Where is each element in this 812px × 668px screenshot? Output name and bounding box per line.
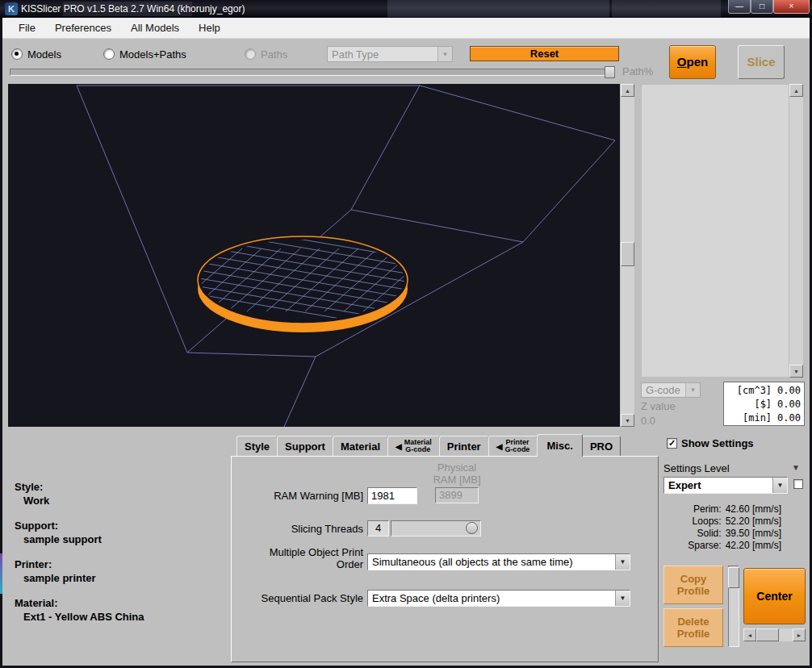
z-value: 0.0 — [641, 415, 655, 427]
dropdown-arrow-icon[interactable]: ▼ — [615, 591, 630, 606]
collapse-arrow-icon[interactable]: ▼ — [792, 463, 800, 472]
tab-pro[interactable]: PRO — [582, 436, 621, 457]
dropdown-arrow-icon: ▼ — [685, 383, 700, 397]
speed-value: 39.50 [mm/s] — [726, 528, 781, 540]
reset-button[interactable]: Reset — [470, 46, 619, 61]
profile-value: Work — [15, 495, 49, 507]
model-list[interactable] — [641, 84, 789, 378]
estimate-box: [cm^3] 0.00 [$] 0.00 [min] 0.00 — [723, 382, 805, 426]
tab-label-line2: G-code — [504, 446, 529, 454]
profile-label: Printer: — [15, 558, 96, 570]
speed-summary: Perim: 42.60 [mm/s] Loops: 52.20 [mm/s] … — [662, 503, 781, 552]
maximize-button[interactable]: □ — [751, 0, 773, 14]
path-percent-label: Path% — [622, 65, 653, 77]
scroll-right-icon[interactable]: ► — [793, 628, 806, 641]
show-settings-checkbox[interactable]: ✓ — [667, 438, 677, 449]
menu-preferences[interactable]: Preferences — [45, 19, 121, 37]
print-order-dropdown[interactable]: Simultaneous (all objects at the same ti… — [367, 553, 630, 570]
dropdown-arrow-icon[interactable]: ▼ — [772, 478, 787, 493]
estimate-label: [min] — [743, 411, 772, 425]
settings-level-checkbox[interactable] — [793, 479, 803, 489]
maximize-icon: □ — [760, 2, 764, 10]
slicing-threads-slider-thumb[interactable] — [466, 522, 478, 534]
viewport-3d[interactable] — [8, 84, 620, 427]
menu-all-models[interactable]: All Models — [121, 19, 189, 37]
tab-bar: Style Support Material ◀ Material G-code… — [236, 435, 620, 457]
print-order-value: Simultaneous (all objects at the same ti… — [368, 556, 615, 568]
tab-printer[interactable]: Printer — [439, 436, 489, 457]
path-percent-slider-thumb[interactable] — [605, 66, 615, 78]
build-volume-wireframe — [8, 84, 620, 427]
profile-summary-support: Support: sample support — [15, 520, 102, 545]
list-scroll-up-icon[interactable]: ▲ — [789, 84, 803, 97]
settings-level-label: Settings Level — [663, 462, 730, 474]
menu-help[interactable]: Help — [189, 19, 230, 37]
ram-warning-input[interactable] — [367, 487, 417, 504]
profile-summary-material: Material: Ext1 - Yellow ABS China — [15, 597, 144, 623]
tab-label: Material — [341, 440, 380, 453]
tab-material-gcode[interactable]: ◀ Material G-code — [387, 436, 440, 457]
speed-name: Perim: — [693, 503, 722, 516]
app-icon-glyph: K — [8, 4, 15, 14]
speed-value: 52.20 [mm/s] — [726, 516, 781, 528]
profile-summary-printer: Printer: sample printer — [15, 558, 96, 584]
profile-value: Ext1 - Yellow ABS China — [15, 611, 144, 623]
tab-style[interactable]: Style — [236, 436, 278, 457]
close-button[interactable]: × — [773, 0, 810, 14]
paths-radio — [245, 48, 256, 60]
open-button[interactable]: Open — [669, 45, 716, 79]
slice-button: Slice — [738, 45, 785, 79]
profile-summary-style: Style: Work — [15, 481, 49, 507]
speed-value: 42.60 [mm/s] — [726, 503, 781, 516]
viewport-scroll-up-icon[interactable]: ▲ — [621, 84, 634, 97]
tab-material[interactable]: Material — [333, 436, 388, 457]
ram-warning-label: RAM Warning [MB] — [250, 490, 363, 502]
menu-file[interactable]: File — [9, 19, 45, 37]
paths-radio-group: Paths — [245, 48, 287, 61]
tab-label: Support — [285, 440, 325, 453]
models-paths-radio-group[interactable]: Models+Paths — [103, 48, 186, 61]
profile-value: sample printer — [15, 572, 96, 584]
title-bar[interactable]: K KISSlicer PRO v1.5 Beta 2.7 Win64 (kho… — [0, 0, 812, 18]
show-settings-label: Show Settings — [681, 437, 754, 449]
tab-label: Style — [245, 440, 270, 453]
viewport-scroll-down-icon[interactable]: ▼ — [621, 414, 634, 427]
physical-ram-label: Physical RAM [MB] — [426, 461, 488, 486]
tab-misc[interactable]: Misc. — [537, 434, 583, 457]
tab-label: Printer — [447, 440, 481, 453]
list-scroll-down-icon[interactable]: ▼ — [789, 365, 803, 378]
path-percent-slider[interactable] — [10, 69, 614, 76]
minimize-icon: — — [735, 2, 743, 10]
scroll-left-icon[interactable]: ◄ — [743, 628, 756, 641]
profile-scrollbar-thumb[interactable] — [728, 567, 739, 588]
minimize-button[interactable]: — — [728, 0, 751, 14]
tab-label: Misc. — [546, 440, 573, 452]
settings-level-dropdown[interactable]: Expert ▼ — [663, 477, 788, 494]
dropdown-arrow-icon[interactable]: ▼ — [615, 554, 630, 570]
slicing-threads-value: 4 — [367, 520, 389, 536]
print-order-label: Multiple Object Print Order — [266, 546, 363, 570]
tab-printer-gcode[interactable]: ◀ Printer G-code — [488, 436, 538, 457]
models-radio[interactable] — [11, 48, 23, 60]
pack-style-value: Extra Space (delta printers) — [368, 592, 615, 604]
center-scrollbar-thumb[interactable] — [756, 628, 779, 641]
tab-arrow-icon: ◀ — [496, 442, 503, 451]
viewport-scrollbar-thumb[interactable] — [621, 242, 634, 266]
models-paths-radio[interactable] — [103, 48, 115, 60]
gcode-dropdown-value: G-code — [642, 384, 685, 396]
speed-value: 42.20 [mm/s] — [726, 540, 781, 552]
models-radio-group[interactable]: Models — [11, 48, 61, 61]
model-list-scrollbar[interactable] — [789, 84, 803, 378]
profile-label: Style: — [15, 481, 49, 493]
tab-support[interactable]: Support — [277, 436, 333, 457]
pack-style-dropdown[interactable]: Extra Space (delta printers) ▼ — [367, 590, 630, 607]
tab-label-line2: G-code — [404, 446, 432, 454]
center-button[interactable]: Center — [743, 568, 806, 624]
path-type-value: Path Type — [328, 48, 437, 61]
estimate-value: 0.00 — [777, 398, 801, 411]
dropdown-arrow-icon: ▼ — [437, 47, 452, 61]
profile-label: Support: — [15, 520, 102, 532]
speed-name: Solid: — [697, 528, 722, 540]
profile-value: sample support — [15, 533, 102, 545]
pack-style-label: Sequential Pack Style — [250, 592, 363, 604]
